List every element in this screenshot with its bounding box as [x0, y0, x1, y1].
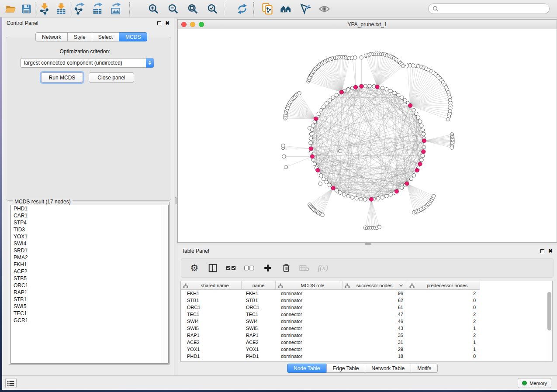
scrollbar-thumb[interactable]	[547, 292, 551, 330]
table-row[interactable]: ORC1ORC1dominator610	[181, 304, 552, 311]
column-type-icon	[345, 283, 350, 288]
create-column-icon[interactable]	[262, 262, 274, 274]
network-canvas[interactable]	[178, 29, 557, 242]
table-cell: PHD1	[242, 353, 276, 360]
select-all-columns-icon[interactable]	[225, 262, 237, 274]
import-table-icon[interactable]	[54, 2, 68, 16]
sort-chevron-icon[interactable]	[399, 284, 403, 287]
list-item[interactable]: PMA2	[11, 254, 168, 261]
table-settings-gear-icon[interactable]: ⚙	[188, 262, 201, 274]
list-item[interactable]: SWI5	[11, 303, 168, 310]
table-panel-title: Table Panel	[182, 248, 209, 254]
list-item[interactable]: FKH1	[11, 261, 168, 268]
list-item[interactable]: ORC1	[11, 282, 168, 289]
deselect-all-columns-icon[interactable]	[243, 262, 256, 274]
list-item[interactable]: GCR1	[11, 317, 168, 324]
import-network-icon[interactable]	[38, 2, 52, 16]
table-row[interactable]: SWI5SWI5connector431	[181, 325, 552, 332]
table-cell: dominator	[276, 318, 343, 325]
criterion-dropdown[interactable]: largest connected component (undirected)	[20, 58, 154, 68]
splitter-grip[interactable]	[365, 243, 371, 245]
table-row[interactable]: YOX1YOX1connector291	[181, 346, 552, 353]
list-item[interactable]: PHD1	[11, 205, 168, 212]
mcds-list-scrollbar[interactable]	[162, 205, 167, 363]
float-panel-icon[interactable]	[540, 249, 544, 253]
column-header-shared-name[interactable]: shared name	[181, 281, 242, 290]
list-item[interactable]: YOX1	[11, 233, 168, 240]
show-hide-icon[interactable]	[317, 2, 331, 16]
table-cell: connector	[276, 339, 343, 346]
save-session-icon[interactable]	[19, 2, 33, 16]
zoom-fit-icon[interactable]	[186, 2, 200, 16]
list-item[interactable]: STP4	[11, 219, 168, 226]
table-row[interactable]: FKH1FKH1dominator962	[181, 290, 552, 297]
tab-style[interactable]: Style	[67, 32, 92, 41]
table-cell: dominator	[276, 353, 343, 360]
table-cell: 62	[343, 297, 407, 304]
show-columns-icon[interactable]	[207, 262, 219, 274]
status-bar: Memory	[2, 375, 557, 390]
list-item[interactable]: STB5	[11, 275, 168, 282]
export-network-icon[interactable]	[73, 2, 86, 16]
clone-network-icon[interactable]	[260, 2, 274, 16]
close-panel-icon[interactable]: ✖	[548, 249, 553, 253]
column-header-predecessor-nodes[interactable]: predecessor nodes	[407, 281, 480, 290]
tab-network[interactable]: Network	[35, 32, 68, 41]
tab-edge-table[interactable]: Edge Table	[326, 364, 366, 373]
float-panel-icon[interactable]	[157, 21, 161, 25]
vertical-splitter[interactable]	[174, 17, 177, 375]
memory-button[interactable]: Memory	[518, 378, 551, 388]
toolbar-separator	[129, 2, 130, 15]
splitter-grip[interactable]	[175, 197, 176, 204]
table-cell: dominator	[276, 304, 343, 311]
memory-status-icon	[522, 381, 527, 385]
table-cell: ACE2	[181, 339, 242, 346]
tab-network-table[interactable]: Network Table	[365, 364, 411, 373]
table-row[interactable]: STB1STB1dominator620	[181, 297, 552, 304]
list-item[interactable]: STB1	[11, 296, 168, 303]
status-menu-button[interactable]	[5, 378, 17, 388]
style-icon[interactable]	[298, 2, 312, 16]
zoom-out-icon[interactable]	[166, 2, 180, 16]
run-mcds-button[interactable]: Run MCDS	[41, 72, 83, 83]
search-input[interactable]	[440, 6, 549, 12]
list-item[interactable]: SWI4	[11, 240, 168, 247]
tab-motifs[interactable]: Motifs	[411, 364, 438, 373]
table-row[interactable]: ACE2ACE2connector311	[181, 339, 552, 346]
refresh-icon[interactable]	[235, 2, 249, 16]
list-item[interactable]: ACE2	[11, 268, 168, 275]
column-header-successor-nodes[interactable]: successor nodes	[343, 281, 407, 290]
table-cell: YOX1	[181, 346, 242, 353]
table-row[interactable]: SWI4SWI4dominator462	[181, 318, 552, 325]
mcds-result-list[interactable]: PHD1CAR1STP4TID3YOX1SWI4SRD1PMA2FKH1ACE2…	[10, 205, 169, 364]
tab-select[interactable]: Select	[92, 32, 119, 41]
table-row[interactable]: RAP1RAP1dominator352	[181, 332, 552, 339]
tab-mcds[interactable]: MCDS	[119, 32, 147, 41]
table-cell: 2	[407, 332, 480, 339]
table-cell: connector	[276, 311, 343, 318]
list-item[interactable]: CAR1	[11, 212, 168, 219]
table-cell: 96	[343, 290, 407, 297]
delete-column-icon[interactable]	[280, 262, 292, 274]
table-cell: 47	[343, 311, 407, 318]
list-item[interactable]: SRD1	[11, 247, 168, 254]
table-row[interactable]: TEC1TEC1connector472	[181, 311, 552, 318]
tab-node-table[interactable]: Node Table	[287, 364, 327, 373]
first-neighbors-icon[interactable]	[279, 2, 293, 16]
export-table-icon[interactable]	[91, 2, 105, 16]
list-item[interactable]: TEC1	[11, 310, 168, 317]
export-image-icon[interactable]	[109, 2, 123, 16]
network-graph[interactable]	[178, 29, 557, 242]
network-window-titlebar[interactable]: YPA_prune.txt_1	[178, 20, 557, 29]
list-item[interactable]: TID3	[11, 226, 168, 233]
table-row[interactable]: PHD1PHD1dominator180	[181, 353, 552, 360]
open-file-icon[interactable]	[3, 2, 17, 16]
zoom-selected-icon[interactable]	[205, 2, 219, 16]
column-header-mcds-role[interactable]: MCDS role	[276, 281, 343, 290]
column-header-name[interactable]: name	[242, 281, 276, 290]
close-panel-icon[interactable]: ✖	[165, 21, 170, 25]
zoom-in-icon[interactable]	[146, 2, 160, 16]
table-scrollbar[interactable]	[547, 290, 552, 361]
close-panel-button[interactable]: Close panel	[89, 72, 134, 83]
list-item[interactable]: RAP1	[11, 289, 168, 296]
